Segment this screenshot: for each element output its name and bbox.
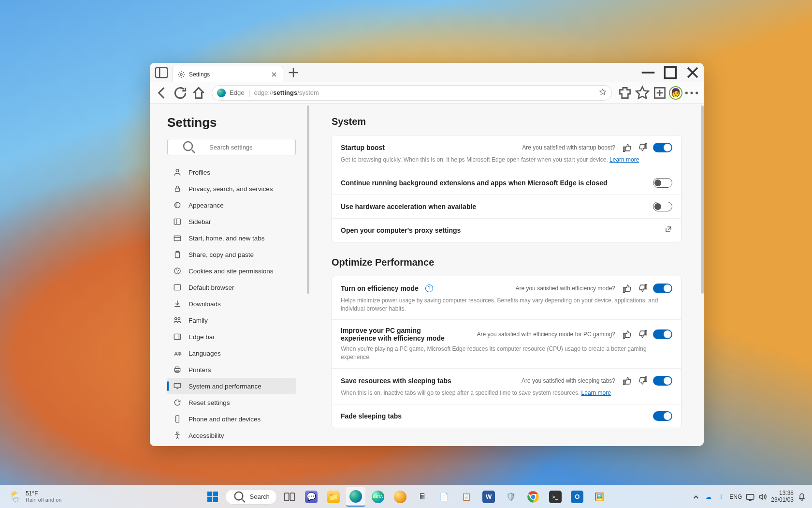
address-bar[interactable]: Edge | edge://settings/system	[212, 85, 612, 101]
info-icon[interactable]: ?	[425, 284, 433, 292]
taskbar-app-edge-canary[interactable]	[391, 487, 410, 507]
favorites-button[interactable]	[634, 85, 651, 101]
row-startup-boost: Startup boost Are you satisfied with sta…	[332, 135, 681, 171]
terminal-icon: >_	[549, 491, 562, 503]
new-tab-button[interactable]	[286, 65, 301, 80]
folder-icon: 📁	[327, 491, 340, 503]
tray-overflow-button[interactable]	[692, 493, 700, 501]
taskbar-app-teams[interactable]: 💬	[302, 487, 321, 507]
minimize-button[interactable]	[637, 63, 659, 82]
taskbar-app-edge[interactable]	[346, 487, 365, 507]
tab-actions-button[interactable]	[154, 65, 169, 80]
back-button[interactable]	[154, 85, 170, 101]
thumbs-up-button[interactable]	[622, 329, 633, 340]
toggle-efficiency-mode[interactable]	[653, 284, 672, 293]
taskbar-app-outlook[interactable]: O	[567, 487, 587, 507]
toggle-sleeping-tabs[interactable]	[653, 376, 672, 386]
sidebar-item-printers[interactable]: Printers	[167, 361, 296, 378]
sidebar-item-system[interactable]: System and performance	[167, 378, 296, 394]
sidebar-item-cookies[interactable]: Cookies and site permissions	[167, 263, 296, 279]
sidebar-item-appearance[interactable]: Appearance	[167, 197, 296, 213]
home-button[interactable]	[190, 85, 207, 101]
extensions-button[interactable]	[617, 85, 633, 101]
sidebar-item-start[interactable]: Start, home, and new tabs	[167, 230, 296, 246]
toggle-fade-sleeping-tabs[interactable]	[653, 411, 672, 421]
sidebar-item-sidebar[interactable]: Sidebar	[167, 213, 296, 230]
gear-icon	[177, 71, 185, 78]
notifications-button[interactable]	[798, 493, 806, 501]
taskbar-app-sticky[interactable]: 📋	[457, 487, 476, 507]
favorite-star-icon[interactable]	[599, 88, 607, 98]
more-menu-button[interactable]	[683, 85, 700, 101]
row-proxy-settings[interactable]: Open your computer's proxy settings	[332, 219, 681, 242]
toggle-background-extensions[interactable]	[653, 178, 672, 188]
taskbar-app-notepad[interactable]: 📄	[435, 487, 454, 507]
thumbs-up-button[interactable]	[622, 283, 633, 294]
thumbs-up-button[interactable]	[622, 142, 633, 153]
onedrive-icon[interactable]: ☁	[704, 493, 713, 501]
scrollbar[interactable]	[701, 105, 704, 294]
bluetooth-icon[interactable]: ᛒ	[717, 493, 725, 501]
svg-rect-29	[176, 367, 179, 368]
taskbar-app-generic[interactable]: 🖼️	[590, 487, 609, 507]
svg-rect-12	[174, 219, 181, 224]
windows-logo-icon	[207, 492, 218, 502]
thumbs-down-button[interactable]	[638, 283, 648, 294]
taskbar-app-explorer[interactable]: 📁	[324, 487, 343, 507]
svg-point-35	[234, 492, 243, 500]
taskbar-app-terminal[interactable]: >_	[546, 487, 565, 507]
sidebar-item-edge-bar[interactable]: Edge bar	[167, 329, 296, 345]
taskbar-app-calculator[interactable]: 🖩	[413, 487, 432, 507]
row-gaming-efficiency: Improve your PC gaming experience with e…	[332, 320, 681, 369]
clock[interactable]: 13:38 23/01/03	[771, 490, 794, 503]
start-button[interactable]	[203, 487, 222, 507]
sidebar-item-family[interactable]: Family	[167, 312, 296, 329]
network-icon[interactable]	[746, 493, 754, 501]
learn-more-link[interactable]: Learn more	[609, 156, 639, 163]
thumbs-down-button[interactable]	[638, 375, 648, 386]
sidebar-item-phone[interactable]: Phone and other devices	[167, 411, 296, 427]
close-window-button[interactable]	[682, 63, 704, 82]
volume-icon[interactable]	[758, 493, 767, 501]
language-indicator[interactable]: ENG	[729, 493, 742, 500]
refresh-button[interactable]	[172, 85, 188, 101]
sticky-notes-icon: 📋	[460, 491, 473, 503]
thumbs-down-button[interactable]	[638, 329, 648, 340]
sidebar-item-reset[interactable]: Reset settings	[167, 394, 296, 411]
sidebar-item-languages[interactable]: A字Languages	[167, 345, 296, 361]
sidebar-item-privacy[interactable]: Privacy, search, and services	[167, 180, 296, 197]
taskbar-app-chrome[interactable]	[523, 487, 543, 507]
thumbs-down-button[interactable]	[638, 142, 648, 153]
learn-more-link[interactable]: Learn more	[581, 389, 611, 396]
task-view-button[interactable]	[280, 487, 299, 507]
svg-point-23	[178, 317, 180, 320]
toggle-startup-boost[interactable]	[653, 143, 672, 152]
sidebar-item-accessibility[interactable]: Accessibility	[167, 427, 296, 444]
language-icon: A字	[173, 349, 182, 358]
search-settings-box[interactable]	[167, 139, 296, 155]
taskbar-app-security[interactable]: 🛡️	[501, 487, 521, 507]
sidebar-item-profiles[interactable]: Profiles	[167, 164, 296, 180]
svg-point-19	[178, 270, 179, 271]
sidebar-item-about[interactable]: About Microsoft Edge	[167, 444, 296, 446]
row-hardware-acceleration: Use hardware acceleration when available	[332, 195, 681, 219]
sidebar-item-share[interactable]: Share, copy and paste	[167, 246, 296, 263]
taskbar-search[interactable]: Search	[225, 489, 277, 505]
maximize-button[interactable]	[659, 63, 682, 82]
taskbar-app-word[interactable]: W	[479, 487, 498, 507]
collections-button[interactable]	[652, 85, 668, 101]
row-fade-sleeping-tabs: Fade sleeping tabs	[332, 404, 681, 428]
cookie-icon	[173, 267, 182, 275]
taskbar-app-edge-beta[interactable]: BETA	[368, 487, 388, 507]
address-scheme: Edge	[230, 89, 244, 96]
sidebar-item-default-browser[interactable]: Default browser	[167, 279, 296, 296]
browser-tab[interactable]: Settings	[172, 66, 283, 82]
sidebar-item-downloads[interactable]: Downloads	[167, 296, 296, 312]
weather-widget[interactable]: 🌦️ 51°F Rain off and on	[0, 491, 61, 503]
search-settings-input[interactable]	[209, 144, 290, 151]
thumbs-up-button[interactable]	[622, 375, 633, 386]
close-tab-button[interactable]	[270, 71, 278, 78]
toggle-gaming-efficiency[interactable]	[653, 329, 672, 339]
toggle-hardware-acceleration[interactable]	[653, 202, 672, 211]
profile-avatar[interactable]: 🧑	[669, 86, 682, 100]
